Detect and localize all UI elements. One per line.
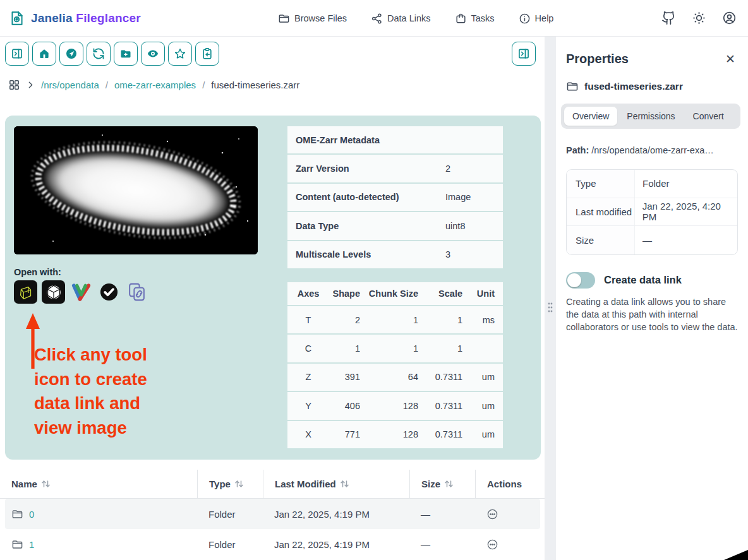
metadata-label: Multiscale Levels [296, 249, 445, 259]
panel-resize-handle[interactable] [545, 37, 556, 560]
axes-row: X 771 128 0.7311 um [287, 421, 503, 448]
main-content: /nrs/opendata / ome-zarr-examples / fuse… [0, 37, 545, 560]
nav-tasks[interactable]: Tasks [455, 13, 495, 25]
file-list-table: Name Type Last Modified Size Actions [0, 470, 545, 559]
info-label: Last modified [567, 198, 635, 226]
header-icon-group [661, 11, 737, 25]
ome-zarr-metadata-card: OME-Zarr Metadata Zarr Version 2 Content… [287, 126, 503, 270]
info-row: Size — [567, 226, 737, 254]
info-value: — [635, 235, 652, 246]
column-header-last-modified[interactable]: Last Modified [263, 470, 409, 498]
selected-file-name: fused-timeseries.zarr [584, 81, 683, 92]
validator-check-tool-icon[interactable] [97, 280, 121, 304]
create-data-link-toggle[interactable] [566, 272, 595, 289]
file-name-link[interactable]: 0 [29, 509, 34, 520]
toggle-sidebar-button[interactable] [5, 42, 29, 66]
metadata-value: Image [445, 192, 495, 202]
nav-label: Help [535, 13, 554, 23]
file-type: Folder [208, 509, 236, 520]
axes-header: Chunk Size [360, 289, 418, 299]
nav-label: Tasks [471, 13, 495, 23]
file-row[interactable]: 1 Folder Jan 22, 2025, 4:19 PM — [5, 529, 540, 559]
column-header-size[interactable]: Size [409, 470, 475, 498]
chevron-right-icon [27, 81, 35, 89]
data-link-description: Creating a data link allows you to share… [556, 289, 748, 333]
breadcrumb-separator: / [106, 80, 108, 90]
close-icon[interactable]: ✕ [725, 53, 735, 65]
column-header-name[interactable]: Name [11, 470, 197, 498]
vole-tool-icon[interactable] [69, 280, 93, 304]
tab-overview[interactable]: Overview [564, 107, 617, 126]
file-type: Folder [208, 539, 236, 550]
metadata-value: 3 [445, 249, 495, 259]
properties-title: Properties [566, 52, 629, 66]
copy-link-tool-icon[interactable] [125, 280, 148, 304]
app-header: Janelia Fileglancer Browse Files Data Li… [0, 0, 748, 37]
toggle-properties-button[interactable] [512, 42, 536, 66]
file-size: — [421, 539, 430, 550]
metadata-label: Content (auto-detected) [296, 192, 445, 202]
folder-icon [11, 508, 23, 520]
favorite-star-button[interactable] [168, 42, 192, 66]
metadata-title: OME-Zarr Metadata [296, 135, 495, 145]
paste-clipboard-button[interactable] [195, 42, 219, 66]
sort-arrows-icon[interactable] [340, 480, 349, 488]
axes-header: Unit [462, 289, 495, 299]
path-label: Path: [566, 145, 589, 155]
home-button[interactable] [32, 42, 56, 66]
breadcrumb-segment[interactable]: ome-zarr-examples [114, 80, 196, 90]
sort-arrows-icon[interactable] [41, 480, 51, 488]
metadata-row: Zarr Version 2 [287, 155, 503, 182]
fileglancer-app: Janelia Fileglancer Browse Files Data Li… [0, 0, 748, 560]
metadata-row: Data Type uint8 [287, 212, 503, 239]
breadcrumb-segment[interactable]: /nrs/opendata [41, 80, 99, 90]
info-label: Type [567, 170, 635, 198]
toolbar [0, 37, 545, 71]
axes-row: T 2 1 1 ms [287, 306, 503, 333]
share-icon [371, 13, 383, 25]
path-value: /nrs/opendata/ome-zarr-exa… [591, 145, 713, 155]
refresh-button[interactable] [87, 42, 111, 66]
navigate-button[interactable] [59, 42, 83, 66]
github-icon[interactable] [661, 11, 676, 25]
row-actions-menu-icon[interactable] [486, 539, 498, 551]
file-row[interactable]: 0 Folder Jan 22, 2025, 4:19 PM — [5, 499, 540, 529]
user-profile-icon[interactable] [722, 11, 737, 25]
folder-icon [566, 80, 579, 93]
create-data-link-label: Create data link [604, 274, 682, 286]
file-name-link[interactable]: 1 [29, 539, 34, 550]
metadata-row: Content (auto-detected) Image [287, 184, 503, 211]
axes-header: Axes [296, 289, 321, 299]
neuroglancer-tool-icon[interactable] [14, 280, 37, 304]
show-hidden-eye-button[interactable] [141, 42, 165, 66]
nav-label: Browse Files [294, 13, 347, 23]
file-modified: Jan 22, 2025, 4:19 PM [274, 539, 370, 550]
sort-arrows-icon[interactable] [234, 480, 244, 488]
new-folder-button[interactable] [114, 42, 138, 66]
breadcrumb: /nrs/opendata / ome-zarr-examples / fuse… [0, 71, 545, 97]
info-row: Last modified Jan 22, 2025, 4:20 PM [567, 198, 737, 227]
column-header-actions: Actions [475, 470, 538, 498]
gem-viewer-tool-icon[interactable] [42, 280, 65, 304]
folder-icon [11, 539, 23, 551]
tasks-icon [455, 13, 467, 25]
image-preview [14, 126, 258, 254]
open-with-label: Open with: [14, 267, 61, 277]
metadata-value: 2 [445, 164, 495, 174]
brand[interactable]: Janelia Fileglancer [9, 10, 141, 27]
nav-data-links[interactable]: Data Links [371, 13, 431, 25]
theme-toggle-sun-icon[interactable] [692, 11, 706, 25]
column-header-type[interactable]: Type [197, 470, 263, 498]
tab-convert[interactable]: Convert [685, 107, 732, 126]
tab-permissions[interactable]: Permissions [618, 107, 683, 126]
file-size: — [421, 509, 430, 520]
metadata-row: Multiscale Levels 3 [287, 241, 503, 268]
fileglancer-logo-icon [9, 10, 25, 27]
root-grid-icon[interactable] [8, 79, 20, 91]
row-actions-menu-icon[interactable] [486, 508, 498, 520]
file-table-header: Name Type Last Modified Size Actions [0, 470, 545, 499]
nav-help[interactable]: Help [519, 13, 554, 25]
nav-browse-files[interactable]: Browse Files [278, 13, 347, 25]
nav-label: Data Links [387, 13, 431, 23]
sort-arrows-icon[interactable] [444, 480, 454, 488]
